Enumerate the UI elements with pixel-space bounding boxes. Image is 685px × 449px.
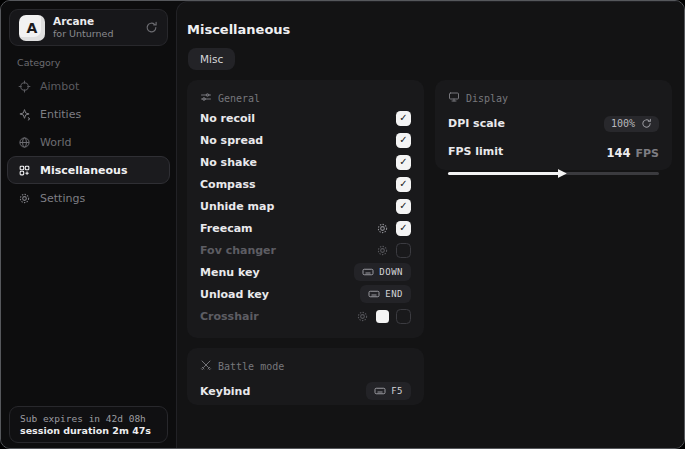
app-subtitle: for Unturned	[53, 28, 113, 40]
app-logo: A	[19, 15, 45, 41]
sidebar-item-settings[interactable]: Settings	[7, 184, 170, 212]
monitor-icon	[448, 91, 460, 105]
setting-row-compass: Compass	[200, 173, 411, 195]
battle-keybind-button[interactable]: F5	[366, 382, 411, 400]
setting-label: FPS limit	[448, 145, 503, 158]
slider-fill	[448, 172, 560, 175]
sidebar-item-label: Entities	[40, 108, 81, 121]
swords-icon	[200, 359, 212, 373]
setting-row-unhide-map: Unhide map	[200, 195, 411, 217]
dpi-scale-value: 100%	[611, 118, 635, 129]
fps-limit-unit: FPS	[636, 147, 660, 160]
keyboard-icon	[368, 288, 380, 300]
unload-keybind-button[interactable]: END	[360, 285, 411, 303]
sidebar-item-label: World	[40, 136, 72, 149]
setting-label: No recoil	[200, 112, 255, 125]
crosshair-color-swatch[interactable]	[376, 310, 389, 323]
setting-row-freecam: Freecam	[200, 217, 411, 239]
setting-label: Crosshair	[200, 310, 259, 323]
refresh-icon[interactable]	[145, 21, 158, 34]
compass-checkbox[interactable]	[396, 177, 411, 192]
unhide-map-checkbox[interactable]	[396, 199, 411, 214]
setting-label: No spread	[200, 134, 263, 147]
setting-label: Freecam	[200, 222, 253, 235]
slider-thumb[interactable]	[558, 169, 567, 178]
fov-changer-checkbox[interactable]	[396, 243, 411, 258]
subscription-status-card: Sub expires in 42d 08h session duration …	[9, 406, 168, 443]
keyboard-icon	[374, 385, 386, 397]
fov-changer-settings-gear-icon[interactable]	[376, 244, 389, 257]
category-nav: Aimbot Entities World	[7, 72, 170, 212]
freecam-checkbox[interactable]	[396, 221, 411, 236]
setting-row-dpi-scale: DPI scale 100%	[448, 114, 659, 133]
setting-row-fps-limit: FPS limit 144 FPS	[448, 142, 659, 161]
sidebar-item-label: Aimbot	[40, 80, 79, 93]
setting-label: No shake	[200, 156, 257, 169]
menu-keybind-button[interactable]: DOWN	[354, 263, 411, 281]
logo-card: A Arcane for Unturned	[9, 9, 168, 46]
display-card-header: Display	[448, 91, 659, 105]
keybind-value: END	[385, 289, 403, 299]
tab-misc[interactable]: Misc	[188, 48, 235, 70]
display-card: Display DPI scale 100% FPS limit 144 FPS	[435, 80, 672, 170]
no-shake-checkbox[interactable]	[396, 155, 411, 170]
page-title: Miscellaneous	[187, 22, 290, 37]
dpi-scale-button[interactable]: 100%	[604, 116, 659, 132]
setting-row-menu-key: Menu key DOWN	[200, 261, 411, 283]
general-card-title: General	[218, 93, 260, 104]
sidebar-item-aimbot[interactable]: Aimbot	[7, 72, 170, 100]
sidebar-item-label: Settings	[40, 192, 85, 205]
setting-row-fov-changer: Fov changer	[200, 239, 411, 261]
gear-icon	[18, 192, 31, 205]
setting-label: Fov changer	[200, 244, 276, 257]
refresh-icon	[641, 118, 652, 129]
setting-row-no-shake: No shake	[200, 151, 411, 173]
setting-label: Compass	[200, 178, 255, 191]
crosshair-checkbox[interactable]	[396, 309, 411, 324]
sub-expiry-text: Sub expires in 42d 08h	[20, 413, 157, 424]
sidebar: A Arcane for Unturned Category	[1, 1, 176, 448]
no-spread-checkbox[interactable]	[396, 133, 411, 148]
keybind-value: DOWN	[379, 267, 403, 277]
setting-label: Unhide map	[200, 200, 274, 213]
app-title: Arcane	[53, 15, 113, 28]
sparkle-icon	[18, 108, 31, 121]
setting-label: Keybind	[200, 385, 250, 398]
setting-row-keybind: Keybind F5	[200, 382, 411, 400]
sidebar-item-label: Miscellaneous	[40, 164, 127, 177]
category-label: Category	[17, 57, 60, 68]
keyboard-icon	[362, 266, 374, 278]
general-card-header: General	[200, 91, 411, 105]
setting-row-unload-key: Unload key END	[200, 283, 411, 305]
crosshair-settings-gear-icon[interactable]	[356, 310, 369, 323]
main-panel: Miscellaneous Misc General No recoil	[176, 1, 684, 448]
keybind-value: F5	[391, 386, 403, 396]
fps-limit-slider[interactable]	[448, 169, 659, 178]
sliders-icon	[200, 91, 212, 105]
fps-limit-value: 144	[606, 146, 630, 160]
sidebar-item-miscellaneous[interactable]: Miscellaneous	[7, 156, 170, 184]
general-card: General No recoil No spread No shake Com…	[187, 80, 424, 338]
setting-label: Unload key	[200, 288, 269, 301]
sidebar-item-entities[interactable]: Entities	[7, 100, 170, 128]
no-recoil-checkbox[interactable]	[396, 111, 411, 126]
setting-row-no-spread: No spread	[200, 129, 411, 151]
globe-icon	[18, 136, 31, 149]
crosshair-icon	[18, 80, 31, 93]
session-duration-text: session duration 2m 47s	[20, 425, 157, 436]
app-window: A Arcane for Unturned Category	[0, 0, 685, 449]
freecam-settings-gear-icon[interactable]	[376, 222, 389, 235]
grid-icon	[18, 164, 31, 177]
battle-mode-card-header: Battle mode	[200, 359, 411, 373]
setting-label: Menu key	[200, 266, 260, 279]
sidebar-item-world[interactable]: World	[7, 128, 170, 156]
setting-row-no-recoil: No recoil	[200, 107, 411, 129]
setting-row-crosshair: Crosshair	[200, 305, 411, 327]
setting-label: DPI scale	[448, 117, 505, 130]
display-card-title: Display	[466, 93, 508, 104]
battle-mode-card-title: Battle mode	[218, 361, 284, 372]
battle-mode-card: Battle mode Keybind F5	[187, 348, 424, 405]
